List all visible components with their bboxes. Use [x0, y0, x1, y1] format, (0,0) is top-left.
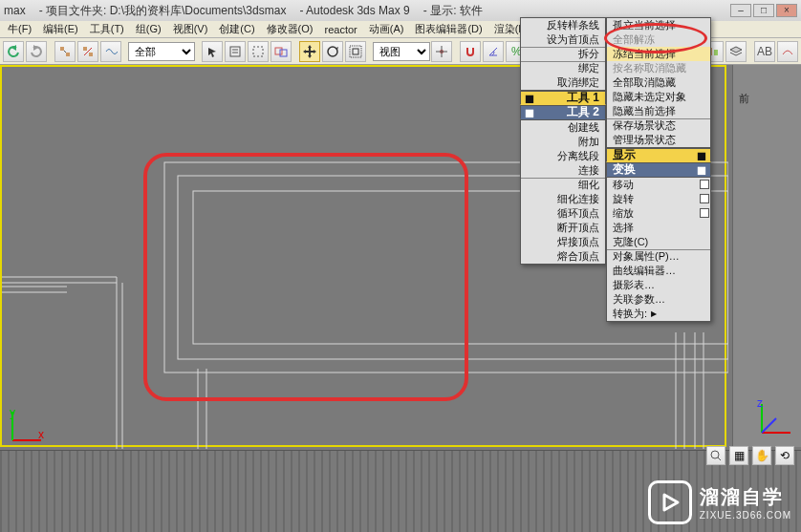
rotate-button[interactable] — [322, 41, 343, 62]
svg-text:x: x — [38, 428, 44, 441]
quad-menu-item[interactable]: 曲线编辑器… — [607, 264, 710, 278]
zoom-button[interactable] — [706, 446, 725, 465]
orbit-button[interactable]: ⟲ — [775, 446, 794, 465]
unlink-button[interactable] — [77, 41, 98, 62]
menu-item[interactable]: 工具(T) — [84, 21, 130, 37]
ref-coord-dropdown[interactable]: 视图 — [373, 42, 430, 61]
select-button[interactable] — [202, 41, 223, 62]
quad-menu-item[interactable]: 焊接顶点 — [521, 235, 605, 249]
snap-button[interactable] — [460, 41, 481, 62]
quad-menu-item[interactable]: 熔合顶点 — [521, 249, 605, 264]
quad-menu-item[interactable]: 细化 — [521, 178, 605, 192]
display-mode: - 显示: 软件 — [423, 3, 483, 19]
svg-rect-0 — [60, 47, 64, 51]
viewport-name: 前 — [739, 92, 749, 106]
watermark-url: ZIXUE.3D66.COM — [700, 510, 791, 521]
quad-menu-item[interactable]: 连接 — [521, 163, 605, 178]
quad-title-display: 显示◼ — [606, 148, 711, 162]
undo-button[interactable] — [3, 41, 24, 62]
quad-menu-item[interactable]: 转换为: ▶ — [607, 307, 710, 321]
quad-menu-item[interactable]: 隐藏当前选择 — [607, 104, 710, 118]
menu-item[interactable]: 图表编辑器(D) — [409, 21, 487, 37]
svg-rect-9 — [253, 47, 263, 56]
quad-menu-item[interactable]: 循环顶点 — [521, 206, 605, 221]
quad-menu-left: 反转样条线设为首顶点拆分绑定取消绑定 工具 1◼ 工具 2◼ 创建线附加分离线段… — [520, 17, 606, 265]
menu-item[interactable]: 动画(A) — [363, 21, 410, 37]
angle-snap-button[interactable] — [483, 41, 504, 62]
menu-item[interactable]: reactor — [319, 23, 363, 36]
redo-button[interactable] — [26, 41, 47, 62]
window-crossing-button[interactable] — [271, 41, 292, 62]
close-button[interactable]: × — [776, 4, 797, 17]
quad-menu-item[interactable]: 断开顶点 — [521, 221, 605, 235]
svg-rect-14 — [350, 46, 361, 57]
menu-item[interactable]: 组(G) — [130, 21, 167, 37]
quad-menu-item[interactable]: 细化连接 — [521, 192, 605, 206]
quad-menu-item[interactable]: 隐藏未选定对象 — [607, 90, 710, 104]
select-by-name-button[interactable] — [225, 41, 246, 62]
menu-item[interactable]: 创建(C) — [213, 21, 260, 37]
svg-rect-6 — [230, 47, 240, 56]
svg-rect-4 — [89, 53, 93, 56]
quad-title-tools2: 工具 2◼ — [520, 105, 606, 119]
curve-editor-button[interactable] — [777, 41, 798, 62]
svg-text:z: z — [757, 399, 763, 410]
menu-item[interactable]: 编辑(E) — [37, 21, 84, 37]
select-region-button[interactable] — [248, 41, 269, 62]
svg-rect-11 — [280, 50, 287, 56]
quad-menu-item[interactable]: 分离线段 — [521, 149, 605, 163]
quad-menu-item[interactable]: 管理场景状态 — [607, 133, 710, 147]
quad-menu-item[interactable]: 孤立当前选择 — [607, 18, 710, 32]
quad-menu-item[interactable]: 附加 — [521, 135, 605, 149]
pan-button[interactable]: ✋ — [752, 446, 771, 465]
quad-menu-item[interactable]: 冻结当前选择 — [607, 47, 710, 61]
quad-menu-item[interactable]: 全部解冻 — [607, 32, 710, 47]
quad-menu-item[interactable]: 拆分 — [521, 47, 605, 61]
quad-menu-item[interactable]: 缩放 — [607, 206, 710, 221]
quad-menu-item[interactable]: 设为首顶点 — [521, 32, 605, 47]
command-panel[interactable]: 前 z — [732, 65, 801, 447]
quad-menu-item[interactable]: 反转样条线 — [521, 18, 605, 32]
product-name: - Autodesk 3ds Max 9 — [299, 4, 409, 17]
svg-text:ABC: ABC — [757, 46, 772, 57]
quad-menu-item[interactable]: 选择 — [607, 221, 710, 235]
maximize-button[interactable]: □ — [753, 4, 774, 17]
menu-item[interactable]: 牛(F) — [2, 21, 37, 37]
viewport-nav-controls: ▦ ✋ ⟲ — [705, 446, 795, 465]
quad-menu-item[interactable]: 按名称取消隐藏 — [607, 61, 710, 75]
bind-spacewarp-button[interactable] — [100, 41, 121, 62]
quad-menu-item[interactable]: 对象属性(P)… — [607, 249, 710, 264]
quad-menu-item[interactable]: 移动 — [607, 178, 710, 192]
layers-button[interactable] — [725, 41, 747, 62]
watermark-brand: 溜溜自学 — [700, 484, 791, 510]
zoom-all-button[interactable]: ▦ — [729, 446, 748, 465]
quad-menu-item[interactable]: 绑定 — [521, 61, 605, 75]
abc-button[interactable]: ABC — [754, 41, 775, 62]
quad-menu-item[interactable]: 摄影表… — [607, 278, 710, 292]
svg-point-12 — [328, 47, 337, 56]
svg-text:y: y — [10, 407, 15, 419]
link-button[interactable] — [54, 41, 76, 62]
svg-rect-13 — [353, 49, 358, 54]
quad-menu-item[interactable]: 创建线 — [521, 120, 605, 135]
selection-filter-dropdown[interactable]: 全部 — [128, 42, 195, 61]
watermark: 溜溜自学 ZIXUE.3D66.COM — [648, 480, 791, 524]
quad-menu-item[interactable]: 全部取消隐藏 — [607, 75, 710, 90]
menu-item[interactable]: 视图(V) — [167, 21, 214, 37]
move-button[interactable] — [299, 41, 320, 62]
project-path: - 项目文件夹: D:\我的资料库\Documents\3dsmax — [39, 3, 287, 19]
quad-title-tools1: 工具 1◼ — [520, 91, 606, 105]
quad-menu-item[interactable]: 取消绑定 — [521, 75, 605, 90]
svg-rect-3 — [83, 47, 87, 51]
play-icon — [648, 480, 692, 524]
quad-menu-item[interactable]: 保存场景状态 — [607, 118, 710, 133]
quad-menu-item[interactable]: 克隆(C) — [607, 235, 710, 249]
quad-menu-right: 孤立当前选择全部解冻冻结当前选择按名称取消隐藏全部取消隐藏隐藏未选定对象隐藏当前… — [606, 17, 711, 322]
scale-button[interactable] — [345, 41, 366, 62]
svg-rect-1 — [66, 53, 70, 56]
minimize-button[interactable]: – — [730, 4, 751, 17]
menu-item[interactable]: 修改器(O) — [261, 21, 319, 37]
quad-menu-item[interactable]: 关联参数… — [607, 292, 710, 307]
quad-menu-item[interactable]: 旋转 — [607, 192, 710, 206]
pivot-button[interactable] — [431, 41, 452, 62]
